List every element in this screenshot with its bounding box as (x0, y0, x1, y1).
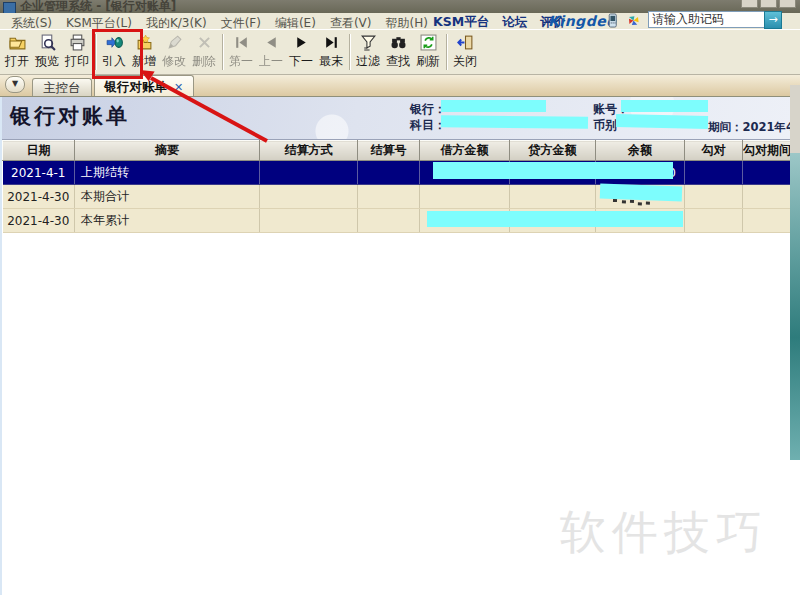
delete-icon (196, 34, 213, 52)
column-header[interactable]: 日期 (3, 141, 75, 161)
toolbar-button-next[interactable]: 下一 (286, 31, 316, 73)
toolbar-button-close-door[interactable]: 关闭 (450, 31, 480, 73)
find-icon (390, 34, 407, 52)
cell (685, 209, 743, 233)
toolbar-button-label: 过滤 (356, 53, 380, 70)
close-button[interactable] (779, 0, 796, 8)
cell (420, 185, 510, 209)
cell: 本年累计 (75, 209, 260, 233)
obscured-digits (613, 199, 617, 202)
cell (358, 161, 420, 185)
period-value: 期间：2021年4期 (708, 120, 800, 135)
toolbar-button-find[interactable]: 查找 (383, 31, 413, 73)
toolbar-button-label: 修改 (162, 53, 186, 70)
cell (685, 161, 743, 185)
window-title: 企业管理系统 - [银行对账单] (20, 0, 176, 13)
cell: 上期结转 (75, 161, 260, 185)
window-controls (741, 0, 796, 8)
column-header[interactable]: 余额 (596, 141, 685, 161)
page-title: 银行对账单 (10, 102, 130, 130)
modify-icon (166, 34, 183, 52)
refresh-icon (420, 34, 437, 52)
menu-bar: 系统(S)KSM平台(L)我的K/3(K)文件(F)编辑(E)查看(V)帮助(H… (0, 13, 800, 29)
cell: 2021-4-30 (3, 185, 75, 209)
toolbar-button-label: 刷新 (416, 53, 440, 70)
cell (260, 209, 358, 233)
toolbar-button-label: 上一 (259, 53, 283, 70)
preview-icon (39, 34, 56, 52)
filter-icon (360, 34, 377, 52)
toolbar-button-modify: 修改 (159, 31, 189, 73)
toolbar-button-delete: 删除 (189, 31, 219, 73)
column-header[interactable]: 摘要 (75, 141, 260, 161)
toolbar-button-print[interactable]: 打印 (62, 31, 92, 73)
redaction-block (433, 162, 673, 179)
tab-close-icon[interactable]: ✕ (174, 81, 183, 94)
prev-icon (263, 34, 280, 52)
left-edge-strip (0, 97, 2, 595)
application-window: 企业管理系统 - [银行对账单] 系统(S)KSM平台(L)我的K/3(K)文件… (0, 0, 800, 595)
cell (743, 161, 791, 185)
phone-icon[interactable] (605, 13, 621, 29)
cell (358, 209, 420, 233)
toolbar-button-label: 打开 (5, 53, 29, 70)
toolbar-separator (346, 32, 353, 72)
cell (260, 161, 358, 185)
toolbar-button-label: 第一 (229, 53, 253, 70)
currency-label: 币别 (593, 117, 617, 134)
toolbar-button-last[interactable]: 最末 (316, 31, 346, 73)
redaction-block (600, 184, 682, 202)
tab-dropdown-button[interactable]: ▼ (5, 76, 25, 93)
cell (685, 185, 743, 209)
cell (743, 185, 791, 209)
right-edge-strip (790, 153, 800, 460)
table-header-row: 日期摘要结算方式结算号借方金额贷方金额余额勾对勾对期间 (3, 141, 791, 161)
column-header[interactable]: 贷方金额 (510, 141, 596, 161)
tab-label: 主控台 (43, 80, 81, 97)
print-icon (69, 34, 86, 52)
first-icon (233, 34, 250, 52)
maximize-button[interactable] (760, 0, 777, 8)
watermark-text: 软件技巧 (560, 502, 768, 564)
redaction-block (616, 114, 708, 129)
toolbar-separator (443, 32, 450, 72)
toolbar-button-label: 最末 (319, 53, 343, 70)
chevron-down-icon: ▼ (12, 79, 18, 88)
cell (358, 185, 420, 209)
cell (260, 185, 358, 209)
redaction-block (441, 100, 546, 112)
column-header[interactable]: 结算方式 (260, 141, 358, 161)
toolbar-button-filter[interactable]: 过滤 (353, 31, 383, 73)
cell: 本期合计 (75, 185, 260, 209)
next-icon (293, 34, 310, 52)
toolbar-button-label: 关闭 (453, 53, 477, 70)
tab-label: 银行对账单 (105, 79, 168, 96)
open-folder-icon (9, 34, 26, 52)
redaction-block (427, 211, 683, 227)
redaction-block (621, 100, 708, 112)
app-icon (3, 2, 16, 13)
column-header[interactable]: 结算号 (358, 141, 420, 161)
column-header[interactable]: 勾对 (685, 141, 743, 161)
toolbar-button-label: 删除 (192, 53, 216, 70)
toolbar-button-label: 打印 (65, 53, 89, 70)
go-button[interactable]: → (764, 11, 782, 29)
toolbar-button-label: 查找 (386, 53, 410, 70)
column-header[interactable]: 勾对期间 (743, 141, 791, 161)
toolbar-button-refresh[interactable]: 刷新 (413, 31, 443, 73)
toolbar-separator (219, 32, 226, 72)
cell: 2021-4-1 (3, 161, 75, 185)
right-edge-strip (790, 85, 800, 153)
column-header[interactable]: 借方金额 (420, 141, 510, 161)
tab-console[interactable]: 主控台 (32, 78, 92, 96)
last-icon (323, 34, 340, 52)
toolbar-button-label: 预览 (35, 53, 59, 70)
pinwheel-icon[interactable] (626, 13, 642, 29)
toolbar-button-preview[interactable]: 预览 (32, 31, 62, 73)
minimize-button[interactable] (741, 0, 758, 8)
toolbar-button-open-folder[interactable]: 打开 (2, 31, 32, 73)
cell: 2021-4-30 (3, 209, 75, 233)
mnemonic-input[interactable] (648, 11, 766, 28)
redaction-block (441, 115, 588, 129)
cell (510, 185, 596, 209)
